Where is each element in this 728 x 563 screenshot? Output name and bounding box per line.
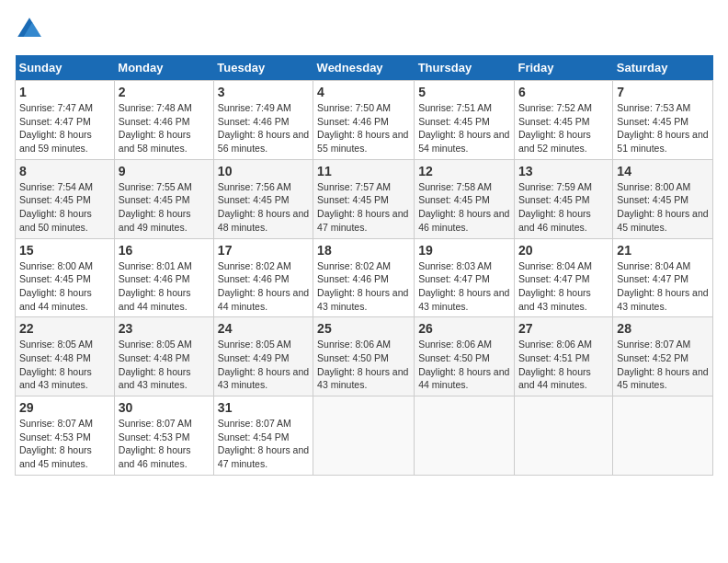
calendar-cell — [313, 396, 415, 476]
calendar-cell — [415, 396, 515, 476]
calendar-week-row: 29 Sunrise: 8:07 AMSunset: 4:53 PMDaylig… — [16, 396, 713, 476]
day-number: 14 — [617, 164, 709, 178]
day-detail: Sunrise: 7:55 AMSunset: 4:45 PMDaylight:… — [119, 181, 192, 233]
day-number: 24 — [218, 321, 309, 336]
day-detail: Sunrise: 7:53 AMSunset: 4:45 PMDaylight:… — [617, 102, 708, 154]
weekday-header: Friday — [514, 55, 612, 81]
calendar-cell: 4 Sunrise: 7:50 AMSunset: 4:46 PMDayligh… — [313, 81, 415, 160]
calendar-cell: 9 Sunrise: 7:55 AMSunset: 4:45 PMDayligh… — [114, 159, 213, 238]
calendar-cell: 14 Sunrise: 8:00 AMSunset: 4:45 PMDaylig… — [613, 159, 713, 238]
day-detail: Sunrise: 8:01 AMSunset: 4:46 PMDaylight:… — [119, 260, 192, 312]
day-number: 7 — [617, 85, 709, 99]
day-number: 22 — [19, 321, 110, 336]
day-detail: Sunrise: 8:06 AMSunset: 4:51 PMDaylight:… — [518, 339, 592, 390]
logo-icon — [15, 15, 44, 44]
calendar-cell: 26 Sunrise: 8:06 AMSunset: 4:50 PMDaylig… — [415, 317, 515, 396]
day-number: 25 — [317, 321, 410, 336]
calendar-cell: 18 Sunrise: 8:02 AMSunset: 4:46 PMDaylig… — [313, 238, 415, 317]
day-number: 3 — [218, 85, 309, 99]
day-number: 12 — [418, 164, 510, 178]
day-detail: Sunrise: 8:02 AMSunset: 4:46 PMDaylight:… — [317, 260, 408, 312]
day-detail: Sunrise: 7:48 AMSunset: 4:46 PMDaylight:… — [119, 102, 192, 154]
day-number: 23 — [119, 321, 210, 336]
day-detail: Sunrise: 7:50 AMSunset: 4:46 PMDaylight:… — [317, 102, 408, 154]
weekday-header: Saturday — [613, 55, 713, 81]
calendar-cell: 16 Sunrise: 8:01 AMSunset: 4:46 PMDaylig… — [114, 238, 213, 317]
day-number: 8 — [19, 164, 110, 178]
page-header — [15, 15, 713, 44]
weekday-header: Tuesday — [213, 55, 313, 81]
day-number: 28 — [617, 321, 709, 336]
day-number: 31 — [218, 400, 309, 415]
day-number: 27 — [518, 321, 609, 336]
day-detail: Sunrise: 7:49 AMSunset: 4:46 PMDaylight:… — [218, 102, 309, 154]
calendar-cell: 25 Sunrise: 8:06 AMSunset: 4:50 PMDaylig… — [313, 317, 415, 396]
day-number: 20 — [518, 243, 609, 258]
calendar-cell: 28 Sunrise: 8:07 AMSunset: 4:52 PMDaylig… — [613, 317, 713, 396]
day-detail: Sunrise: 7:52 AMSunset: 4:45 PMDaylight:… — [518, 102, 592, 154]
day-detail: Sunrise: 8:05 AMSunset: 4:48 PMDaylight:… — [19, 339, 93, 390]
day-number: 5 — [418, 85, 510, 99]
day-detail: Sunrise: 8:04 AMSunset: 4:47 PMDaylight:… — [518, 260, 592, 312]
day-number: 6 — [518, 85, 609, 99]
weekday-header: Thursday — [415, 55, 515, 81]
day-number: 26 — [418, 321, 510, 336]
day-detail: Sunrise: 8:07 AMSunset: 4:53 PMDaylight:… — [19, 418, 93, 469]
weekday-header: Sunday — [16, 55, 115, 81]
calendar-cell: 13 Sunrise: 7:59 AMSunset: 4:45 PMDaylig… — [514, 159, 612, 238]
calendar-cell: 10 Sunrise: 7:56 AMSunset: 4:45 PMDaylig… — [213, 159, 313, 238]
day-detail: Sunrise: 8:04 AMSunset: 4:47 PMDaylight:… — [617, 260, 708, 312]
day-detail: Sunrise: 7:57 AMSunset: 4:45 PMDaylight:… — [317, 181, 408, 233]
calendar-cell: 22 Sunrise: 8:05 AMSunset: 4:48 PMDaylig… — [16, 317, 115, 396]
calendar-cell: 21 Sunrise: 8:04 AMSunset: 4:47 PMDaylig… — [613, 238, 713, 317]
day-detail: Sunrise: 7:47 AMSunset: 4:47 PMDaylight:… — [19, 102, 93, 154]
logo — [15, 15, 48, 44]
day-detail: Sunrise: 7:59 AMSunset: 4:45 PMDaylight:… — [518, 181, 592, 233]
day-number: 19 — [418, 243, 510, 258]
day-number: 30 — [119, 400, 210, 415]
calendar-week-row: 8 Sunrise: 7:54 AMSunset: 4:45 PMDayligh… — [16, 159, 713, 238]
calendar-cell: 6 Sunrise: 7:52 AMSunset: 4:45 PMDayligh… — [514, 81, 612, 160]
day-detail: Sunrise: 8:02 AMSunset: 4:46 PMDaylight:… — [218, 260, 309, 312]
day-detail: Sunrise: 8:07 AMSunset: 4:54 PMDaylight:… — [218, 418, 309, 469]
day-detail: Sunrise: 8:05 AMSunset: 4:49 PMDaylight:… — [218, 339, 309, 390]
day-detail: Sunrise: 8:07 AMSunset: 4:52 PMDaylight:… — [617, 339, 708, 390]
day-number: 16 — [119, 243, 210, 258]
calendar-cell: 12 Sunrise: 7:58 AMSunset: 4:45 PMDaylig… — [415, 159, 515, 238]
day-number: 11 — [317, 164, 410, 178]
calendar-cell: 17 Sunrise: 8:02 AMSunset: 4:46 PMDaylig… — [213, 238, 313, 317]
calendar-cell: 7 Sunrise: 7:53 AMSunset: 4:45 PMDayligh… — [613, 81, 713, 160]
calendar-cell: 20 Sunrise: 8:04 AMSunset: 4:47 PMDaylig… — [514, 238, 612, 317]
calendar-week-row: 1 Sunrise: 7:47 AMSunset: 4:47 PMDayligh… — [16, 81, 713, 160]
calendar-week-row: 15 Sunrise: 8:00 AMSunset: 4:45 PMDaylig… — [16, 238, 713, 317]
calendar-cell: 24 Sunrise: 8:05 AMSunset: 4:49 PMDaylig… — [213, 317, 313, 396]
day-number: 17 — [218, 243, 309, 258]
day-number: 4 — [317, 85, 410, 99]
day-number: 1 — [19, 85, 110, 99]
day-number: 2 — [119, 85, 210, 99]
calendar-week-row: 22 Sunrise: 8:05 AMSunset: 4:48 PMDaylig… — [16, 317, 713, 396]
day-detail: Sunrise: 8:06 AMSunset: 4:50 PMDaylight:… — [418, 339, 509, 390]
weekday-header: Wednesday — [313, 55, 415, 81]
calendar-cell: 15 Sunrise: 8:00 AMSunset: 4:45 PMDaylig… — [16, 238, 115, 317]
day-number: 29 — [19, 400, 110, 415]
weekday-header: Monday — [114, 55, 213, 81]
calendar-cell: 30 Sunrise: 8:07 AMSunset: 4:53 PMDaylig… — [114, 396, 213, 476]
day-detail: Sunrise: 8:07 AMSunset: 4:53 PMDaylight:… — [119, 418, 192, 469]
calendar-cell: 27 Sunrise: 8:06 AMSunset: 4:51 PMDaylig… — [514, 317, 612, 396]
calendar-cell: 3 Sunrise: 7:49 AMSunset: 4:46 PMDayligh… — [213, 81, 313, 160]
day-detail: Sunrise: 7:54 AMSunset: 4:45 PMDaylight:… — [19, 181, 93, 233]
calendar-cell: 19 Sunrise: 8:03 AMSunset: 4:47 PMDaylig… — [415, 238, 515, 317]
calendar-cell: 29 Sunrise: 8:07 AMSunset: 4:53 PMDaylig… — [16, 396, 115, 476]
weekday-header-row: SundayMondayTuesdayWednesdayThursdayFrid… — [16, 55, 713, 81]
day-detail: Sunrise: 8:00 AMSunset: 4:45 PMDaylight:… — [19, 260, 93, 312]
calendar-cell — [514, 396, 612, 476]
day-detail: Sunrise: 8:05 AMSunset: 4:48 PMDaylight:… — [119, 339, 192, 390]
calendar-cell: 23 Sunrise: 8:05 AMSunset: 4:48 PMDaylig… — [114, 317, 213, 396]
day-detail: Sunrise: 8:06 AMSunset: 4:50 PMDaylight:… — [317, 339, 408, 390]
calendar-cell — [613, 396, 713, 476]
day-detail: Sunrise: 8:03 AMSunset: 4:47 PMDaylight:… — [418, 260, 509, 312]
day-detail: Sunrise: 8:00 AMSunset: 4:45 PMDaylight:… — [617, 181, 708, 233]
calendar-cell: 2 Sunrise: 7:48 AMSunset: 4:46 PMDayligh… — [114, 81, 213, 160]
day-detail: Sunrise: 7:58 AMSunset: 4:45 PMDaylight:… — [418, 181, 509, 233]
